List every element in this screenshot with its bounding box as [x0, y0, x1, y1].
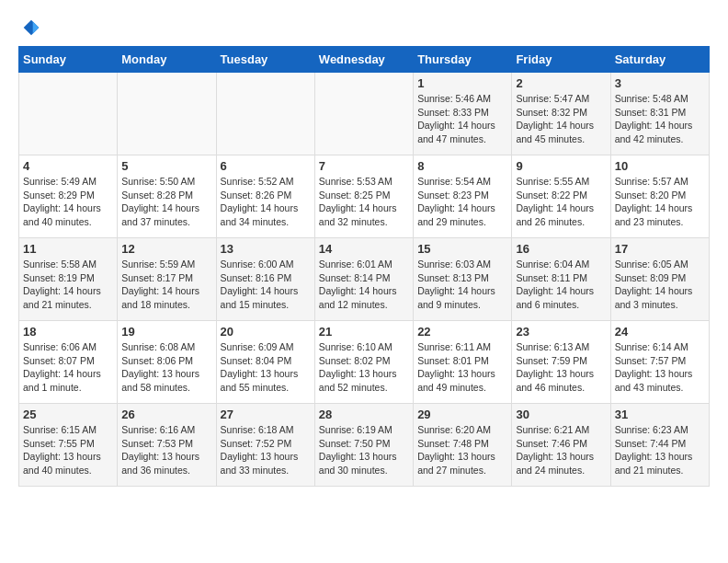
day-number: 21	[319, 325, 409, 339]
day-info: Sunrise: 5:57 AM Sunset: 8:20 PM Dayligh…	[615, 175, 705, 229]
day-number: 5	[121, 159, 211, 173]
calendar-cell: 4Sunrise: 5:49 AM Sunset: 8:29 PM Daylig…	[19, 155, 118, 238]
day-number: 11	[23, 242, 113, 256]
calendar-header-wednesday: Wednesday	[314, 47, 413, 73]
day-number: 18	[23, 325, 113, 339]
day-info: Sunrise: 6:09 AM Sunset: 8:04 PM Dayligh…	[221, 340, 311, 395]
day-number: 12	[121, 242, 211, 256]
day-info: Sunrise: 6:08 AM Sunset: 8:06 PM Dayligh…	[121, 340, 211, 395]
calendar-cell: 28Sunrise: 6:19 AM Sunset: 7:50 PM Dayli…	[314, 404, 413, 487]
day-info: Sunrise: 5:47 AM Sunset: 8:32 PM Dayligh…	[516, 92, 606, 146]
day-info: Sunrise: 6:10 AM Sunset: 8:02 PM Dayligh…	[319, 340, 409, 395]
calendar-cell: 26Sunrise: 6:16 AM Sunset: 7:53 PM Dayli…	[118, 404, 216, 487]
day-number: 9	[516, 159, 606, 173]
logo	[18, 18, 40, 37]
calendar-header-friday: Friday	[512, 47, 610, 73]
calendar-cell: 15Sunrise: 6:03 AM Sunset: 8:13 PM Dayli…	[414, 238, 512, 321]
calendar-cell: 20Sunrise: 6:09 AM Sunset: 8:04 PM Dayli…	[216, 321, 314, 404]
calendar-cell: 13Sunrise: 6:00 AM Sunset: 8:16 PM Dayli…	[216, 238, 314, 321]
calendar-cell: 11Sunrise: 5:58 AM Sunset: 8:19 PM Dayli…	[19, 238, 118, 321]
calendar-cell: 17Sunrise: 6:05 AM Sunset: 8:09 PM Dayli…	[610, 238, 709, 321]
day-info: Sunrise: 6:06 AM Sunset: 8:07 PM Dayligh…	[23, 340, 113, 395]
day-info: Sunrise: 6:00 AM Sunset: 8:16 PM Dayligh…	[221, 258, 311, 312]
calendar-week-row: 18Sunrise: 6:06 AM Sunset: 8:07 PM Dayli…	[19, 321, 710, 404]
day-info: Sunrise: 6:23 AM Sunset: 7:44 PM Dayligh…	[615, 423, 705, 477]
page-header	[18, 18, 710, 37]
day-number: 28	[319, 408, 409, 421]
day-info: Sunrise: 5:54 AM Sunset: 8:23 PM Dayligh…	[417, 175, 507, 229]
day-info: Sunrise: 5:59 AM Sunset: 8:17 PM Dayligh…	[121, 258, 211, 312]
calendar-cell: 14Sunrise: 6:01 AM Sunset: 8:14 PM Dayli…	[314, 238, 413, 321]
calendar-header-tuesday: Tuesday	[216, 47, 314, 73]
calendar-cell: 1Sunrise: 5:46 AM Sunset: 8:33 PM Daylig…	[414, 73, 512, 155]
calendar-cell: 27Sunrise: 6:18 AM Sunset: 7:52 PM Dayli…	[216, 404, 314, 487]
calendar-cell: 9Sunrise: 5:55 AM Sunset: 8:22 PM Daylig…	[512, 155, 610, 238]
day-info: Sunrise: 6:11 AM Sunset: 8:01 PM Dayligh…	[417, 340, 507, 395]
day-number: 29	[417, 408, 507, 421]
calendar-week-row: 4Sunrise: 5:49 AM Sunset: 8:29 PM Daylig…	[19, 155, 710, 238]
calendar-cell: 16Sunrise: 6:04 AM Sunset: 8:11 PM Dayli…	[512, 238, 610, 321]
day-info: Sunrise: 6:14 AM Sunset: 7:57 PM Dayligh…	[615, 340, 705, 395]
day-number: 7	[319, 159, 409, 173]
calendar-cell	[19, 73, 118, 155]
day-info: Sunrise: 5:52 AM Sunset: 8:26 PM Dayligh…	[221, 175, 311, 229]
day-number: 6	[221, 159, 311, 173]
calendar-header-thursday: Thursday	[414, 47, 512, 73]
day-info: Sunrise: 5:53 AM Sunset: 8:25 PM Dayligh…	[319, 175, 409, 229]
calendar-table: SundayMondayTuesdayWednesdayThursdayFrid…	[18, 46, 710, 487]
calendar-cell	[216, 73, 314, 155]
logo-icon	[22, 18, 40, 37]
calendar-cell: 5Sunrise: 5:50 AM Sunset: 8:28 PM Daylig…	[118, 155, 216, 238]
calendar-cell: 21Sunrise: 6:10 AM Sunset: 8:02 PM Dayli…	[314, 321, 413, 404]
calendar-cell: 10Sunrise: 5:57 AM Sunset: 8:20 PM Dayli…	[610, 155, 709, 238]
day-number: 3	[615, 76, 705, 90]
day-number: 14	[319, 242, 409, 256]
day-info: Sunrise: 5:49 AM Sunset: 8:29 PM Dayligh…	[23, 175, 113, 229]
calendar-cell: 31Sunrise: 6:23 AM Sunset: 7:44 PM Dayli…	[610, 404, 709, 487]
day-number: 16	[516, 242, 606, 256]
calendar-cell: 22Sunrise: 6:11 AM Sunset: 8:01 PM Dayli…	[414, 321, 512, 404]
calendar-header-saturday: Saturday	[610, 47, 709, 73]
calendar-cell: 6Sunrise: 5:52 AM Sunset: 8:26 PM Daylig…	[216, 155, 314, 238]
day-number: 4	[23, 159, 113, 173]
day-info: Sunrise: 6:13 AM Sunset: 7:59 PM Dayligh…	[516, 340, 606, 395]
day-info: Sunrise: 6:20 AM Sunset: 7:48 PM Dayligh…	[417, 423, 507, 477]
day-info: Sunrise: 6:04 AM Sunset: 8:11 PM Dayligh…	[516, 258, 606, 312]
day-info: Sunrise: 6:01 AM Sunset: 8:14 PM Dayligh…	[319, 258, 409, 312]
day-info: Sunrise: 6:19 AM Sunset: 7:50 PM Dayligh…	[319, 423, 409, 477]
calendar-cell: 8Sunrise: 5:54 AM Sunset: 8:23 PM Daylig…	[414, 155, 512, 238]
calendar-header-monday: Monday	[118, 47, 216, 73]
day-number: 25	[23, 408, 113, 421]
calendar-cell: 7Sunrise: 5:53 AM Sunset: 8:25 PM Daylig…	[314, 155, 413, 238]
day-info: Sunrise: 5:48 AM Sunset: 8:31 PM Dayligh…	[615, 92, 705, 146]
calendar-header-row: SundayMondayTuesdayWednesdayThursdayFrid…	[19, 47, 710, 73]
calendar-cell: 2Sunrise: 5:47 AM Sunset: 8:32 PM Daylig…	[512, 73, 610, 155]
day-number: 10	[615, 159, 705, 173]
day-info: Sunrise: 6:16 AM Sunset: 7:53 PM Dayligh…	[121, 423, 211, 477]
calendar-header-sunday: Sunday	[19, 47, 118, 73]
day-info: Sunrise: 6:03 AM Sunset: 8:13 PM Dayligh…	[417, 258, 507, 312]
day-number: 20	[221, 325, 311, 339]
day-info: Sunrise: 6:05 AM Sunset: 8:09 PM Dayligh…	[615, 258, 705, 312]
day-number: 23	[516, 325, 606, 339]
day-number: 22	[417, 325, 507, 339]
day-info: Sunrise: 5:46 AM Sunset: 8:33 PM Dayligh…	[417, 92, 507, 146]
day-info: Sunrise: 5:58 AM Sunset: 8:19 PM Dayligh…	[23, 258, 113, 312]
calendar-cell: 24Sunrise: 6:14 AM Sunset: 7:57 PM Dayli…	[610, 321, 709, 404]
calendar-cell	[314, 73, 413, 155]
day-number: 24	[615, 325, 705, 339]
day-number: 15	[417, 242, 507, 256]
calendar-cell: 3Sunrise: 5:48 AM Sunset: 8:31 PM Daylig…	[610, 73, 709, 155]
calendar-week-row: 25Sunrise: 6:15 AM Sunset: 7:55 PM Dayli…	[19, 404, 710, 487]
calendar-cell: 12Sunrise: 5:59 AM Sunset: 8:17 PM Dayli…	[118, 238, 216, 321]
day-number: 17	[615, 242, 705, 256]
day-number: 8	[417, 159, 507, 173]
calendar-cell: 29Sunrise: 6:20 AM Sunset: 7:48 PM Dayli…	[414, 404, 512, 487]
day-info: Sunrise: 6:18 AM Sunset: 7:52 PM Dayligh…	[221, 423, 311, 477]
calendar-cell: 25Sunrise: 6:15 AM Sunset: 7:55 PM Dayli…	[19, 404, 118, 487]
calendar-week-row: 1Sunrise: 5:46 AM Sunset: 8:33 PM Daylig…	[19, 73, 710, 155]
day-number: 31	[615, 408, 705, 421]
calendar-cell: 23Sunrise: 6:13 AM Sunset: 7:59 PM Dayli…	[512, 321, 610, 404]
calendar-cell: 30Sunrise: 6:21 AM Sunset: 7:46 PM Dayli…	[512, 404, 610, 487]
calendar-week-row: 11Sunrise: 5:58 AM Sunset: 8:19 PM Dayli…	[19, 238, 710, 321]
